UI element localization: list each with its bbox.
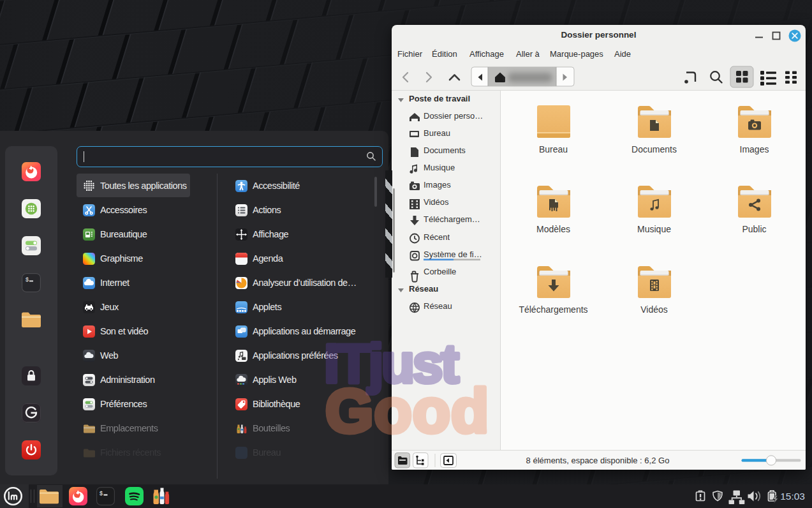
svg-text:Good: Good	[325, 376, 489, 445]
